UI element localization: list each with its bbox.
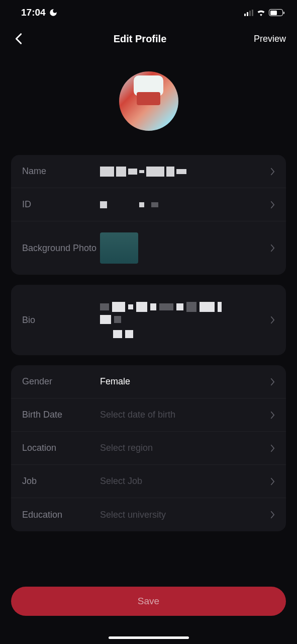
location-row[interactable]: Location Select region [11,432,286,465]
birth-date-value: Select date of birth [100,410,265,420]
gender-value: Female [100,376,265,387]
bio-label: Bio [22,315,100,326]
chevron-right-icon [270,511,275,519]
id-label: ID [22,199,100,210]
education-label: Education [22,510,100,520]
job-row[interactable]: Job Select Job [11,465,286,498]
gender-label: Gender [22,376,100,387]
cellular-signal-icon [244,10,253,16]
chevron-right-icon [270,477,275,486]
status-time-area: 17:04 [21,7,58,18]
education-row[interactable]: Education Select university [11,498,286,531]
job-value: Select Job [100,476,265,487]
bio-card: Bio [11,285,286,355]
name-value [100,167,265,177]
location-value: Select region [100,443,265,453]
chevron-right-icon [270,201,275,209]
chevron-right-icon [270,168,275,176]
chevron-right-icon [270,411,275,419]
birth-date-label: Birth Date [22,410,100,420]
name-label: Name [22,166,100,177]
gender-row[interactable]: Gender Female [11,365,286,398]
home-indicator[interactable] [109,636,189,639]
bio-value [100,302,265,338]
save-button[interactable]: Save [11,587,286,616]
status-bar: 17:04 [0,0,297,22]
job-label: Job [22,476,100,487]
page-title: Edit Profile [114,33,167,45]
do-not-disturb-icon [49,8,58,17]
chevron-right-icon [270,444,275,452]
save-button-label: Save [138,596,159,607]
background-photo-label: Background Photo [22,243,100,254]
status-time: 17:04 [21,7,46,18]
chevron-right-icon [270,316,275,324]
chevron-right-icon [270,378,275,386]
background-photo-value [100,232,265,264]
birth-date-row[interactable]: Birth Date Select date of birth [11,398,286,432]
chevron-right-icon [270,244,275,252]
battery-icon [269,9,283,16]
preview-button[interactable]: Preview [254,34,286,44]
status-right [244,9,283,16]
id-row[interactable]: ID [11,188,286,221]
nav-bar: Edit Profile Preview [0,22,297,52]
avatar-section [0,52,297,155]
details-card: Gender Female Birth Date Select date of … [11,365,286,531]
location-label: Location [22,443,100,453]
background-photo-row[interactable]: Background Photo [11,221,286,275]
profile-avatar[interactable] [119,71,178,131]
back-button[interactable] [11,31,26,46]
id-value [100,201,265,208]
wifi-icon [256,9,266,16]
identity-card: Name ID [11,155,286,275]
name-row[interactable]: Name [11,155,286,188]
education-value: Select university [100,510,265,520]
bio-row[interactable]: Bio [11,285,286,355]
background-photo-thumbnail [100,232,138,264]
